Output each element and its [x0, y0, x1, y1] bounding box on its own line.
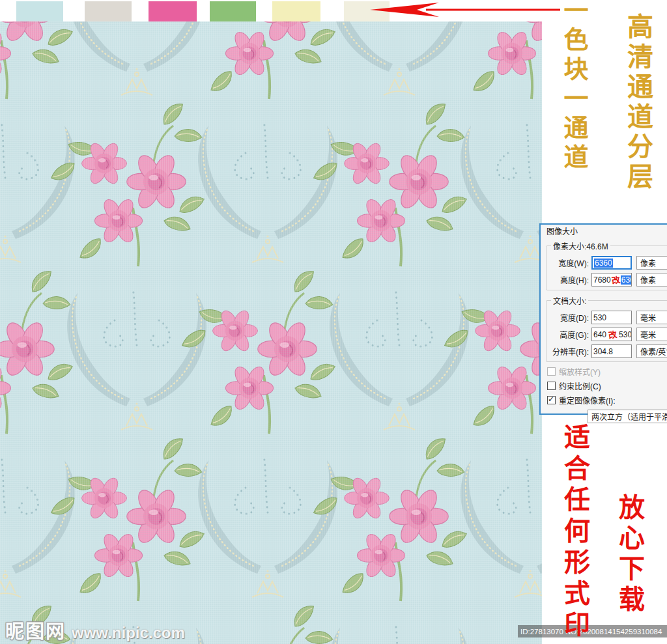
gold-text-hd-channel-layers: 高清通道分层 — [619, 13, 657, 193]
scale-styles-checkbox[interactable] — [547, 367, 556, 376]
old-value: 640 — [593, 330, 606, 339]
unit-value: 像素/英寸 — [640, 346, 667, 357]
doc-height-row: 高度(G): 640 改 530 毫米 — [550, 328, 667, 341]
new-value: 530 — [619, 330, 632, 339]
resample-method-value: 两次立方（适用于平滑渐变 — [591, 411, 667, 422]
scale-styles-row: 缩放样式(Y) — [547, 366, 667, 376]
resolution-unit-select[interactable]: 像素/英寸 — [636, 344, 667, 358]
constrain-proportions-row: 约束比例(C) — [547, 380, 667, 391]
selected-value: 6360 — [594, 259, 613, 268]
unit-value: 毫米 — [640, 329, 656, 340]
red-text-suits-any-printing: 适合任何形式印 — [556, 423, 594, 642]
value: 530 — [593, 313, 606, 322]
doc-height-unit-select[interactable]: 毫米 — [636, 328, 667, 341]
scale-styles-label: 缩放样式(Y) — [559, 366, 601, 377]
handwritten-edit-mark: 改 — [607, 328, 617, 341]
swatch-light-blue — [16, 1, 63, 21]
handwritten-edit-mark: 改 — [610, 273, 621, 287]
pixel-height-input[interactable]: 7680 改 6360 — [591, 273, 632, 287]
unit-value: 像素 — [640, 257, 656, 268]
doc-width-label: 宽度(D): — [550, 312, 589, 323]
pixel-size-group: 像素大小:46.6M 宽度(W): 6360 像素 高度(H): 7680 改 … — [546, 240, 667, 290]
pixel-width-unit-select[interactable]: 像素 — [636, 256, 667, 270]
doc-height-input[interactable]: 640 改 530 — [591, 328, 632, 341]
nipic-logo: 昵图网 — [5, 616, 66, 643]
pixel-width-input[interactable]: 6360 — [591, 256, 632, 270]
resample-method-select[interactable]: 两次立方（适用于平滑渐变 — [588, 410, 667, 423]
document-size-legend: 文档大小: — [551, 295, 588, 306]
pixel-height-label: 高度(H): — [550, 274, 589, 285]
swatch-pale-yellow — [272, 1, 320, 21]
pixel-height-unit-select[interactable]: 像素 — [636, 273, 667, 287]
resample-image-label: 重定图像像素(I): — [559, 395, 616, 406]
document-size-group: 文档大小: 宽度(D): 530 毫米 高度(G): 640 改 530 毫米 — [546, 295, 667, 362]
page: 一色块一通道 高清通道分层 适合任何形式印 放心下载 图像大小 像素大小:46.… — [0, 0, 667, 644]
doc-width-unit-select[interactable]: 毫米 — [636, 311, 667, 324]
swatch-green — [210, 1, 256, 21]
resolution-label: 分辨率(R): — [550, 346, 589, 357]
constrain-proportions-label: 约束比例(C) — [559, 380, 601, 391]
swatch-light-gray — [85, 1, 132, 21]
unit-value: 像素 — [640, 274, 656, 285]
constrain-proportions-checkbox[interactable] — [547, 382, 556, 390]
image-size-dialog: 图像大小 像素大小:46.6M 宽度(W): 6360 像素 高度(H): 76… — [539, 223, 667, 415]
site-watermark: 昵图网 www.nipic.com — [5, 616, 185, 643]
swatch-pink — [149, 1, 197, 21]
resolution-input[interactable]: 304.8 — [591, 344, 632, 358]
value: 304.8 — [593, 347, 613, 356]
doc-width-input[interactable]: 530 — [591, 311, 632, 324]
wallpaper-pattern — [0, 21, 542, 644]
resample-image-row: 重定图像像素(I): — [547, 395, 667, 405]
resolution-row: 分辨率(R): 304.8 像素/英寸 — [550, 344, 667, 358]
site-url: www.nipic.com — [72, 624, 185, 642]
doc-width-row: 宽度(D): 530 毫米 — [550, 311, 667, 324]
old-value: 7680 — [593, 275, 611, 285]
red-text-download-with-confidence: 放心下载 — [611, 494, 649, 616]
resample-image-checkbox[interactable] — [547, 396, 556, 404]
pixel-width-label: 宽度(W): — [550, 257, 589, 268]
pixel-height-row: 高度(H): 7680 改 6360 像素 — [550, 273, 667, 287]
unit-value: 毫米 — [640, 312, 656, 323]
doc-height-label: 高度(G): — [550, 329, 589, 340]
gold-text-one-block-one-channel: 一色块一通道 — [556, 0, 592, 173]
dialog-title: 图像大小 — [541, 225, 667, 239]
pixel-size-legend: 像素大小:46.6M — [551, 240, 610, 251]
selected-value: 6360 — [621, 275, 632, 285]
pixel-width-row: 宽度(W): 6360 像素 — [550, 256, 667, 270]
wallpaper-preview — [0, 21, 542, 644]
red-arrow-icon — [366, 1, 561, 19]
